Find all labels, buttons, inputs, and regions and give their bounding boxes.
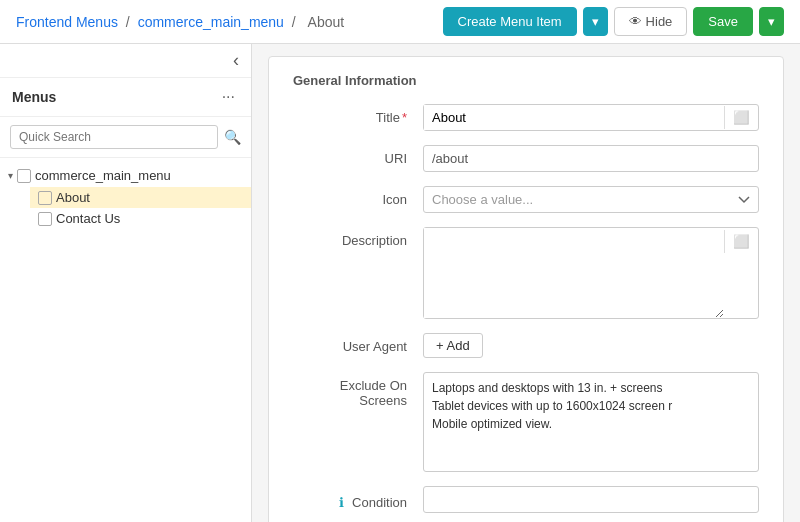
uri-control bbox=[423, 145, 759, 172]
sidebar-search-wrap: 🔍 bbox=[0, 117, 251, 158]
condition-label: ℹ Condition bbox=[293, 489, 423, 510]
general-information-card: General Information Title* ⬜ URI bbox=[268, 56, 784, 522]
description-textarea-wrap: ⬜ bbox=[423, 227, 759, 319]
layout: ‹ Menus ··· 🔍 ▾ commerce_main_menu About bbox=[0, 44, 800, 522]
exclude-screens-control: Laptops and desktops with 13 in. + scree… bbox=[423, 372, 759, 472]
chevron-down-icon: ▾ bbox=[8, 170, 13, 181]
sidebar-tree: ▾ commerce_main_menu About Contact Us bbox=[0, 158, 251, 235]
user-agent-row: User Agent + Add bbox=[293, 333, 759, 358]
title-input-wrap: ⬜ bbox=[423, 104, 759, 131]
description-label: Description bbox=[293, 227, 423, 248]
main-content: General Information Title* ⬜ URI bbox=[252, 44, 800, 522]
about-label: About bbox=[56, 190, 90, 205]
user-agent-label: User Agent bbox=[293, 333, 423, 354]
title-label: Title* bbox=[293, 104, 423, 125]
title-row: Title* ⬜ bbox=[293, 104, 759, 131]
uri-label: URI bbox=[293, 145, 423, 166]
breadcrumb-current: About bbox=[308, 14, 345, 30]
icon-control: Choose a value... bbox=[423, 186, 759, 213]
condition-input[interactable] bbox=[423, 486, 759, 513]
user-agent-control: + Add bbox=[423, 333, 759, 358]
sidebar-search-input[interactable] bbox=[10, 125, 218, 149]
create-menu-item-button[interactable]: Create Menu Item bbox=[443, 7, 577, 36]
breadcrumb-frontend-menus[interactable]: Frontend Menus bbox=[16, 14, 118, 30]
sidebar: ‹ Menus ··· 🔍 ▾ commerce_main_menu About bbox=[0, 44, 252, 522]
tree-item-about[interactable]: About bbox=[30, 187, 251, 208]
contact-us-label: Contact Us bbox=[56, 211, 120, 226]
description-row: Description ⬜ bbox=[293, 227, 759, 319]
tree-item-contact-us[interactable]: Contact Us bbox=[30, 208, 251, 229]
description-control: ⬜ bbox=[423, 227, 759, 319]
icon-row: Icon Choose a value... bbox=[293, 186, 759, 213]
contact-us-checkbox[interactable] bbox=[38, 212, 52, 226]
title-control: ⬜ bbox=[423, 104, 759, 131]
save-dropdown-button[interactable]: ▾ bbox=[759, 7, 784, 36]
sidebar-back-row: ‹ bbox=[0, 44, 251, 78]
title-input[interactable] bbox=[424, 105, 724, 130]
user-agent-add-button[interactable]: + Add bbox=[423, 333, 483, 358]
section-title: General Information bbox=[293, 73, 759, 88]
breadcrumb-commerce-main-menu[interactable]: commerce_main_menu bbox=[138, 14, 284, 30]
info-icon: ℹ bbox=[339, 495, 344, 510]
icon-select[interactable]: Choose a value... bbox=[423, 186, 759, 213]
condition-row: ℹ Condition bbox=[293, 486, 759, 513]
sidebar-search-icon[interactable]: 🔍 bbox=[224, 129, 241, 145]
sidebar-more-button[interactable]: ··· bbox=[218, 86, 239, 108]
hide-button[interactable]: 👁 Hide bbox=[614, 7, 688, 36]
create-menu-item-dropdown[interactable]: ▾ bbox=[583, 7, 608, 36]
icon-label: Icon bbox=[293, 186, 423, 207]
root-label: commerce_main_menu bbox=[35, 168, 171, 183]
tree-root-item[interactable]: ▾ commerce_main_menu bbox=[0, 164, 251, 187]
condition-control bbox=[423, 486, 759, 513]
tree-children: About Contact Us bbox=[0, 187, 251, 229]
breadcrumb: Frontend Menus / commerce_main_menu / Ab… bbox=[16, 14, 348, 30]
sidebar-icons: ··· bbox=[218, 86, 239, 108]
exclude-screens-list: Laptops and desktops with 13 in. + scree… bbox=[423, 372, 759, 472]
eye-icon: 👁 bbox=[629, 14, 642, 29]
exclude-screens-row: Exclude On Screens Laptops and desktops … bbox=[293, 372, 759, 472]
save-button[interactable]: Save bbox=[693, 7, 753, 36]
header-actions: Create Menu Item ▾ 👁 Hide Save ▾ bbox=[443, 7, 784, 36]
root-checkbox[interactable] bbox=[17, 169, 31, 183]
header: Frontend Menus / commerce_main_menu / Ab… bbox=[0, 0, 800, 44]
uri-input[interactable] bbox=[423, 145, 759, 172]
exclude-item-0: Laptops and desktops with 13 in. + scree… bbox=[432, 379, 750, 397]
description-translate-button[interactable]: ⬜ bbox=[724, 230, 758, 253]
exclude-screens-label: Exclude On Screens bbox=[293, 372, 423, 408]
description-textarea[interactable] bbox=[424, 228, 724, 318]
about-checkbox[interactable] bbox=[38, 191, 52, 205]
exclude-item-2: Mobile optimized view. bbox=[432, 415, 750, 433]
breadcrumb-sep2: / bbox=[292, 14, 296, 30]
title-translate-button[interactable]: ⬜ bbox=[724, 106, 758, 129]
uri-row: URI bbox=[293, 145, 759, 172]
sidebar-back-button[interactable]: ‹ bbox=[233, 50, 239, 71]
sidebar-title: Menus bbox=[12, 89, 56, 105]
title-required: * bbox=[402, 110, 407, 125]
exclude-item-1: Tablet devices with up to 1600x1024 scre… bbox=[432, 397, 750, 415]
breadcrumb-sep1: / bbox=[126, 14, 130, 30]
sidebar-header: Menus ··· bbox=[0, 78, 251, 117]
